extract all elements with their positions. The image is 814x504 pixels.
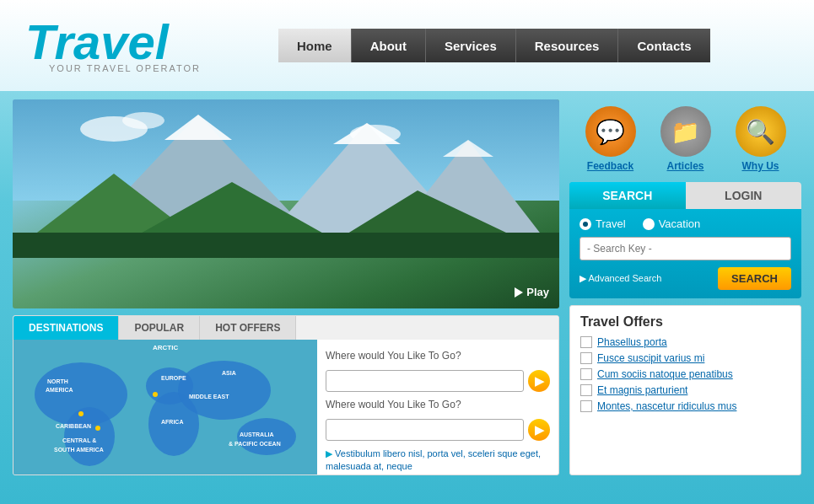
radio-travel-dot	[580, 218, 591, 230]
svg-marker-5	[443, 140, 493, 157]
svg-point-31	[153, 392, 158, 397]
svg-marker-3	[333, 123, 401, 144]
search-tabs: SEARCH LOGIN	[569, 182, 801, 209]
svg-text:AMERICA: AMERICA	[46, 387, 73, 393]
hero-image: Play	[13, 99, 559, 308]
svg-text:ARCTIC: ARCTIC	[153, 344, 178, 351]
logo-tagline: YOUR TRAVEL OPERATOR	[49, 63, 201, 73]
tab-popular[interactable]: POPULAR	[119, 316, 200, 340]
dest-input-row-2: ▶	[326, 419, 550, 441]
offer-link-4[interactable]: Montes, nascetur ridiculus mus	[597, 400, 736, 412]
left-column: Play DESTINATIONS POPULAR HOT OFFERS	[13, 99, 559, 475]
offer-checkbox-0[interactable]	[580, 336, 592, 348]
nav-contacts[interactable]: Contacts	[617, 29, 709, 62]
svg-text:ASIA: ASIA	[222, 370, 236, 376]
feedback-label[interactable]: Feedback	[587, 160, 633, 172]
nav-services[interactable]: Services	[425, 29, 515, 62]
offer-link-2[interactable]: Cum sociis natoque penatibus	[597, 368, 733, 380]
world-map: ARCTIC NORTH AMERICA CARIBBEAN CENTRAL &…	[13, 340, 317, 475]
whyus-icon-item[interactable]: 🔍 Why Us	[736, 106, 786, 172]
offer-checkbox-1[interactable]	[580, 352, 592, 364]
offer-link-0[interactable]: Phasellus porta	[597, 336, 667, 348]
svg-text:& PACIFIC OCEAN: & PACIFIC OCEAN	[229, 441, 281, 447]
svg-text:CARIBBEAN: CARIBBEAN	[56, 423, 91, 429]
whyus-label[interactable]: Why Us	[741, 160, 779, 172]
main-content: Play DESTINATIONS POPULAR HOT OFFERS	[0, 91, 814, 484]
logo-text: Travel	[25, 18, 169, 67]
offer-link-1[interactable]: Fusce suscipit varius mi	[597, 352, 704, 364]
dest-tabs: DESTINATIONS POPULAR HOT OFFERS	[13, 316, 558, 340]
play-icon	[515, 287, 523, 298]
offers-title: Travel Offers	[580, 314, 790, 330]
dest-input-2[interactable]	[326, 419, 524, 441]
dest-label-2: Where would You Like To Go?	[326, 399, 550, 410]
offer-item-3: Et magnis parturient	[580, 384, 790, 396]
header: Travel YOUR TRAVEL OPERATOR Home About S…	[0, 0, 814, 91]
radio-vacation-label: Vacation	[659, 217, 701, 230]
radio-travel[interactable]: Travel	[580, 217, 626, 230]
offer-item-2: Cum sociis natoque penatibus	[580, 368, 790, 380]
dest-go-btn-2[interactable]: ▶	[528, 419, 550, 441]
articles-label[interactable]: Articles	[666, 160, 703, 172]
svg-point-29	[78, 411, 84, 416]
search-body: Travel Vacation Advanced Search SEARCH	[569, 209, 801, 298]
map-svg: ARCTIC NORTH AMERICA CARIBBEAN CENTRAL &…	[13, 340, 317, 475]
svg-point-12	[64, 407, 115, 466]
dest-content: ARCTIC NORTH AMERICA CARIBBEAN CENTRAL &…	[13, 340, 558, 475]
whyus-icon: 🔍	[736, 106, 786, 157]
articles-icon: 📁	[660, 106, 711, 157]
offer-item-4: Montes, nascetur ridiculus mus	[580, 400, 790, 412]
feedback-icon-item[interactable]: 💬 Feedback	[585, 106, 636, 172]
dest-go-btn-1[interactable]: ▶	[528, 370, 550, 392]
radio-vacation[interactable]: Vacation	[643, 217, 701, 230]
logo-area: Travel YOUR TRAVEL OPERATOR	[8, 18, 278, 73]
svg-point-30	[95, 426, 100, 431]
search-bottom: Advanced Search SEARCH	[580, 267, 791, 290]
search-key-input[interactable]	[580, 237, 791, 260]
icons-row: 💬 Feedback 📁 Articles 🔍 Why Us	[569, 99, 801, 175]
play-button[interactable]: Play	[515, 286, 549, 298]
offer-link-3[interactable]: Et magnis parturient	[597, 384, 687, 396]
nav-about[interactable]: About	[351, 29, 425, 62]
main-nav: Home About Services Resources Contacts	[278, 0, 710, 91]
tab-search[interactable]: SEARCH	[569, 182, 686, 209]
svg-text:NORTH: NORTH	[47, 378, 68, 384]
radio-vacation-dot	[643, 218, 655, 230]
mountain-svg	[13, 99, 559, 258]
destinations-panel: DESTINATIONS POPULAR HOT OFFERS	[13, 315, 559, 475]
dest-label-1: Where would You Like To Go?	[326, 350, 550, 362]
radio-travel-label: Travel	[596, 217, 626, 230]
nav-home[interactable]: Home	[278, 29, 351, 62]
play-label: Play	[526, 286, 549, 298]
dest-input-1[interactable]	[326, 370, 524, 392]
svg-text:MIDDLE EAST: MIDDLE EAST	[189, 394, 229, 399]
offer-item-1: Fusce suscipit varius mi	[580, 352, 790, 364]
tab-destinations[interactable]: DESTINATIONS	[13, 316, 119, 340]
feedback-icon: 💬	[585, 106, 636, 157]
svg-text:AFRICA: AFRICA	[161, 419, 183, 425]
svg-marker-1	[164, 115, 232, 140]
tab-hot-offers[interactable]: HOT OFFERS	[200, 316, 296, 340]
svg-text:AUSTRALIA: AUSTRALIA	[240, 432, 273, 437]
svg-text:SOUTH AMERICA: SOUTH AMERICA	[54, 447, 104, 453]
offer-checkbox-4[interactable]	[580, 400, 592, 412]
dest-input-row-1: ▶	[326, 370, 550, 392]
right-column: 💬 Feedback 📁 Articles 🔍 Why Us SEARCH LO…	[569, 99, 801, 475]
offer-checkbox-2[interactable]	[580, 368, 592, 380]
offer-item-0: Phasellus porta	[580, 336, 790, 348]
offers-panel: Travel Offers Phasellus porta Fusce susc…	[569, 305, 801, 475]
tab-login[interactable]: LOGIN	[686, 182, 802, 209]
svg-rect-9	[13, 233, 559, 258]
search-button[interactable]: SEARCH	[718, 267, 791, 290]
nav-resources[interactable]: Resources	[515, 29, 618, 62]
dest-info-link[interactable]: Vestibulum libero nisl, porta vel, scele…	[326, 448, 550, 474]
radio-row: Travel Vacation	[580, 217, 791, 230]
advanced-search-link[interactable]: Advanced Search	[580, 273, 661, 284]
destination-form: Where would You Like To Go? ▶ Where woul…	[317, 340, 558, 475]
search-panel: SEARCH LOGIN Travel Vacation Advanced	[569, 182, 801, 298]
offer-checkbox-3[interactable]	[580, 384, 592, 396]
svg-text:CENTRAL &: CENTRAL &	[62, 437, 96, 443]
svg-text:EUROPE: EUROPE	[161, 375, 186, 381]
articles-icon-item[interactable]: 📁 Articles	[660, 106, 711, 172]
